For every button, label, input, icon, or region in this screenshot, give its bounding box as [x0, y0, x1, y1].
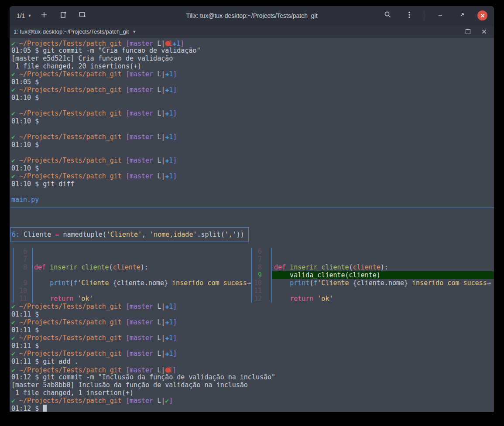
- text-segment: ✔: [11, 318, 19, 326]
- diff-line-number-right: 9: [252, 271, 262, 279]
- text-segment: 01:10 $: [11, 141, 39, 149]
- search-button[interactable]: [381, 10, 394, 22]
- text-segment: 01:10 $ git diff: [11, 180, 75, 188]
- terminal-line: [master 5ab8bb0] Inclusão da função de v…: [11, 381, 494, 389]
- add-terminal-right-button[interactable]: [76, 10, 89, 22]
- diff-code-left: [32, 248, 252, 256]
- diff-gutter-gap: [262, 248, 272, 256]
- text-segment: ):: [141, 263, 148, 271]
- diff-code-right: def inserir_cliente(cliente):: [272, 263, 494, 271]
- text-segment: (: [109, 263, 113, 271]
- diff-line-number-right: 6: [252, 248, 262, 256]
- diff-line-number-right: 7: [252, 256, 262, 263]
- terminal-line: 1 file changed, 1 insertion(+): [11, 389, 494, 397]
- diff-gutter-line: [251, 248, 252, 303]
- text-segment: ~/Projects/Tests/patch_git: [19, 397, 126, 405]
- text-segment: f: [313, 279, 317, 287]
- text-segment: 01:12 $ git commit -m "Inclusão da funçã…: [11, 373, 275, 381]
- text-segment: [274, 295, 290, 303]
- session-counter-dropdown[interactable]: 1/1 ▼: [17, 12, 31, 19]
- add-terminal-button[interactable]: [38, 10, 51, 22]
- text-segment: 1: [169, 133, 173, 141]
- text-segment: ]: [173, 334, 177, 342]
- text-segment: ~/Projects/Tests/patch_git: [19, 172, 126, 180]
- diff-code-left: [32, 287, 252, 295]
- text-segment: ]: [173, 86, 177, 94]
- diff-line-number-right: 10: [252, 279, 262, 287]
- tab-terminal-1[interactable]: 1: tux@tux-desktop:~/Projects/Tests/patc…: [10, 28, 136, 35]
- text-segment: ):: [381, 263, 388, 271]
- text-segment: [master: [126, 172, 153, 180]
- terminal-line: 01:10 $: [11, 94, 494, 102]
- text-segment: [master: [126, 109, 153, 117]
- terminal-line: ✔ ~/Projects/Tests/patch_git [master L|✚…: [11, 109, 494, 117]
- add-terminal-down-button[interactable]: [57, 10, 70, 22]
- text-segment: ~/Projects/Tests/patch_git: [19, 109, 126, 117]
- diff-side-by-side: 66778def inserir_cliente(cliente):8def i…: [10, 248, 494, 303]
- diff-line-number-right: 8: [252, 263, 262, 271]
- diff-code-left: print(f'Cliente {cliente.nome} inserido …: [32, 279, 252, 287]
- restore-button[interactable]: [456, 10, 469, 22]
- tabbar: 1: tux@tux-desktop:~/Projects/Tests/patc…: [10, 25, 494, 38]
- text-segment: 'Cliente: [77, 279, 113, 287]
- text-segment: [master e5d521c] Cria funcao de validaçã…: [11, 55, 173, 62]
- diff-row: 9 valida_cliente(cliente): [10, 271, 494, 279]
- text-segment: return: [50, 295, 77, 303]
- diff-code-right: [272, 248, 494, 256]
- text-segment: L|: [153, 133, 165, 141]
- text-segment: 1 file changed, 1 insertion(+): [11, 389, 134, 397]
- text-segment: ~/Projects/Tests/patch_git: [19, 133, 126, 141]
- text-segment: cliente: [113, 263, 141, 271]
- titlebar: 1/1 ▼ Tilix: tux@tux-desktop:~/Projects/…: [10, 6, 494, 25]
- text-segment: ~/Projects/Tests/patch_git: [19, 157, 126, 164]
- terminal-line: ✔ ~/Projects/Tests/patch_git [master L|✚…: [11, 318, 494, 326]
- terminal-line: 01:05 $: [11, 78, 494, 86]
- diff-code-left: [32, 271, 252, 279]
- titlebar-divider: [425, 11, 425, 20]
- text-segment: ✔: [11, 397, 19, 405]
- close-button[interactable]: [477, 10, 487, 20]
- text-segment: ✔: [11, 172, 19, 180]
- text-segment: ✔: [11, 109, 19, 117]
- menu-button[interactable]: [403, 10, 416, 22]
- text-segment: L|: [153, 86, 165, 94]
- text-segment: ~/Projects/Tests/patch_git: [19, 70, 126, 78]
- text-segment: valida_cliente(cliente): [274, 271, 381, 279]
- close-terminal-button[interactable]: [482, 28, 487, 36]
- text-segment: [master: [126, 397, 153, 405]
- text-segment: ✚: [165, 109, 169, 117]
- terminal-line: [11, 215, 494, 223]
- text-segment: ✚: [165, 157, 169, 164]
- chevron-down-icon: ▼: [27, 14, 31, 18]
- text-segment: namedtuple(: [59, 231, 106, 239]
- text-segment: 'ok': [77, 295, 93, 303]
- text-segment: inserir_cliente: [50, 263, 109, 271]
- text-segment: cliente: [353, 263, 381, 271]
- diff-row: 8def inserir_cliente(cliente):8def inser…: [10, 263, 494, 271]
- text-segment: 1: [169, 318, 173, 326]
- terminal-line: 01:11 $: [11, 326, 494, 334]
- terminal-output[interactable]: ✔ ~/Projects/Tests/patch_git [master L|●…: [10, 38, 494, 412]
- text-segment: 01:10 $: [11, 117, 39, 125]
- diff-gutter-gap: [262, 256, 272, 263]
- diff-line-number-right: 11: [252, 287, 262, 295]
- terminal-right-icon: [79, 11, 86, 20]
- search-icon: [384, 11, 391, 20]
- text-segment: 'nome,idade': [150, 231, 197, 239]
- text-segment: 01:11 $: [11, 342, 39, 350]
- text-segment: 1: [169, 70, 173, 78]
- text-segment: L|: [153, 157, 165, 164]
- text-segment: ~/Projects/Tests/patch_git: [19, 334, 126, 342]
- terminal-line: ✔ ~/Projects/Tests/patch_git [master L|✚…: [11, 172, 494, 180]
- maximize-terminal-icon[interactable]: [466, 29, 470, 34]
- text-segment: )): [237, 231, 244, 239]
- terminal-line: ✔ ~/Projects/Tests/patch_git [master L|✚…: [11, 157, 494, 164]
- text-segment: .split(: [197, 231, 224, 239]
- text-segment: L|: [153, 172, 165, 180]
- text-segment: ✚: [165, 133, 169, 141]
- terminal-line: ✔ ~/Projects/Tests/patch_git [master L|✚…: [11, 86, 494, 94]
- diff-gutter-line: [271, 248, 272, 303]
- text-segment: 1: [169, 303, 173, 310]
- text-segment: L|: [153, 318, 165, 326]
- minimize-button[interactable]: [434, 10, 447, 22]
